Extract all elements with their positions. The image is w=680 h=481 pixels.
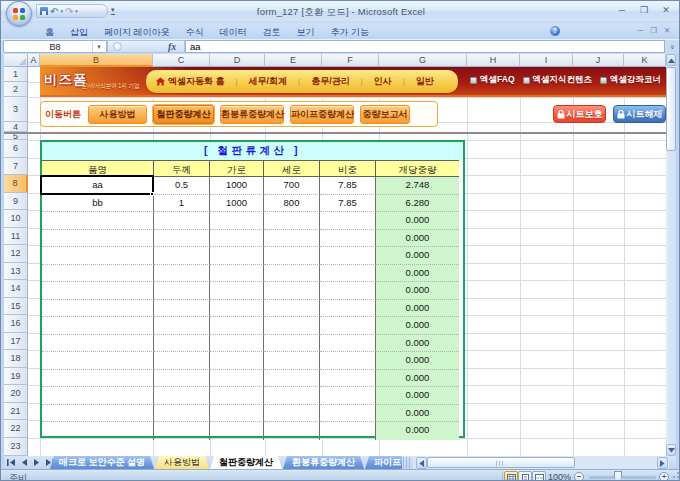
table-cell[interactable]	[42, 317, 154, 335]
table-cell[interactable]	[154, 265, 210, 283]
table-cell[interactable]	[210, 370, 264, 388]
first-sheet-icon[interactable]	[6, 457, 16, 468]
row-header-16[interactable]: 16	[4, 315, 28, 333]
table-cell[interactable]	[42, 405, 154, 423]
workbook-restore-icon[interactable]: ❐	[650, 26, 657, 35]
table-cell[interactable]: 0.000	[376, 387, 459, 405]
table-cell[interactable]	[320, 352, 376, 370]
table-cell[interactable]	[210, 212, 264, 230]
column-header-B[interactable]: B	[40, 54, 153, 67]
column-header-J[interactable]: J	[573, 54, 624, 67]
table-cell[interactable]	[210, 317, 264, 335]
sheet-tab-2[interactable]: 사용방법	[155, 456, 209, 469]
table-cell[interactable]: 0.000	[376, 370, 459, 388]
table-cell[interactable]	[42, 387, 154, 405]
row-header-22[interactable]: 22	[4, 420, 28, 438]
column-header-A[interactable]: A	[28, 54, 40, 67]
table-cell[interactable]	[320, 317, 376, 335]
nav-button-4[interactable]: 파이프중량계산	[290, 105, 354, 124]
table-cell[interactable]: 0.000	[376, 300, 459, 318]
table-cell[interactable]	[320, 282, 376, 300]
fx-icon[interactable]: fx	[168, 41, 176, 52]
table-cell[interactable]	[320, 335, 376, 353]
table-cell[interactable]	[210, 335, 264, 353]
table-cell[interactable]: 0.000	[376, 265, 459, 283]
select-all-corner[interactable]	[4, 54, 28, 67]
row-header-1[interactable]: 1	[4, 67, 28, 82]
row-header-17[interactable]: 17	[4, 333, 28, 351]
nav-button-1[interactable]: 사용방법	[88, 105, 147, 124]
table-cell[interactable]	[320, 247, 376, 265]
formula-bar-expand-icon[interactable]: »	[666, 40, 679, 53]
table-cell[interactable]: 7.85	[320, 195, 376, 213]
table-cell[interactable]	[42, 422, 154, 440]
table-cell[interactable]	[154, 230, 210, 248]
table-cell[interactable]: 6.280	[376, 195, 459, 213]
table-cell[interactable]: 0.000	[376, 212, 459, 230]
sheet-tab-3[interactable]: 철판중량계산	[210, 456, 282, 469]
table-cell[interactable]: 0.000	[376, 335, 459, 353]
table-cell[interactable]	[210, 230, 264, 248]
table-cell[interactable]: 0.000	[376, 230, 459, 248]
row-header-9[interactable]: 9	[4, 193, 28, 211]
bizforms-logo[interactable]: 비즈폼	[44, 71, 88, 89]
workbook-close-icon[interactable]: ✕	[664, 26, 670, 35]
banner-link-1[interactable]: 엑셀FAQ	[470, 74, 514, 86]
table-cell[interactable]	[42, 300, 154, 318]
table-cell[interactable]	[42, 247, 154, 265]
row-header-10[interactable]: 10	[4, 210, 28, 228]
table-cell[interactable]	[42, 352, 154, 370]
redo-dropdown-icon[interactable]: ▾	[75, 8, 78, 14]
column-header-C[interactable]: C	[153, 54, 210, 67]
table-cell[interactable]	[42, 282, 154, 300]
insert-function-icon[interactable]	[113, 42, 122, 51]
sheet-tab-5[interactable]: 파이프중량계산	[365, 456, 402, 469]
table-cell[interactable]	[264, 230, 320, 248]
banner-menu-home[interactable]: 엑셀자동화 홈	[156, 75, 225, 88]
undo-dropdown-icon[interactable]: ▾	[60, 8, 63, 14]
table-cell[interactable]: 1000	[210, 177, 264, 195]
column-header-I[interactable]: I	[520, 54, 573, 67]
table-cell[interactable]	[42, 370, 154, 388]
table-cell[interactable]	[210, 300, 264, 318]
table-cell[interactable]: 0.000	[376, 247, 459, 265]
table-cell[interactable]	[320, 265, 376, 283]
next-sheet-icon[interactable]	[32, 457, 42, 468]
table-cell[interactable]	[154, 317, 210, 335]
table-cell[interactable]: 0.000	[376, 282, 459, 300]
tab-splitter-handle[interactable]	[403, 457, 410, 468]
table-cell[interactable]: 2.748	[376, 177, 459, 195]
table-cell[interactable]	[154, 300, 210, 318]
table-cell[interactable]: 1	[154, 195, 210, 213]
column-header-K[interactable]: K	[624, 54, 666, 67]
row-header-19[interactable]: 19	[4, 368, 28, 386]
page-break-view-button[interactable]	[532, 471, 546, 481]
horizontal-scrollbar-thumb[interactable]	[427, 457, 575, 468]
nav-button-5[interactable]: 중량보고서	[360, 105, 410, 124]
save-icon[interactable]	[40, 7, 48, 15]
undo-icon[interactable]: ↶	[50, 6, 58, 17]
resize-grip[interactable]	[669, 472, 679, 481]
ribbon-tab-2[interactable]: 삽입	[62, 23, 96, 39]
horizontal-scrollbar[interactable]	[413, 456, 669, 469]
zoom-slider-thumb[interactable]	[614, 471, 622, 481]
table-cell[interactable]	[264, 317, 320, 335]
table-cell[interactable]	[210, 352, 264, 370]
table-cell[interactable]	[264, 300, 320, 318]
ribbon-tab-7[interactable]: 보기	[289, 23, 323, 39]
table-cell[interactable]	[264, 265, 320, 283]
table-cell[interactable]	[320, 230, 376, 248]
row-header-21[interactable]: 21	[4, 403, 28, 421]
close-icon[interactable]: ✕	[659, 5, 673, 15]
redo-icon[interactable]: ↷	[65, 6, 73, 17]
scroll-left-icon[interactable]	[416, 457, 427, 469]
table-cell[interactable]	[264, 387, 320, 405]
row-header-11[interactable]: 11	[4, 228, 28, 246]
table-cell[interactable]	[42, 335, 154, 353]
banner-menu-item-4[interactable]: 일반	[416, 75, 434, 88]
name-box[interactable]: B8 ▼	[3, 40, 107, 53]
row-header-13[interactable]: 13	[4, 263, 28, 281]
table-cell[interactable]: 1000	[210, 195, 264, 213]
vertical-scrollbar[interactable]	[666, 54, 676, 456]
ribbon-tab-1[interactable]: 홈	[37, 23, 62, 39]
